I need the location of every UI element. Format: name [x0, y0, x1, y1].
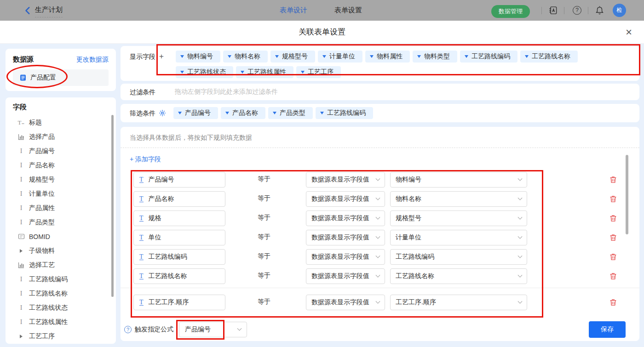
field-tag[interactable]: 物料属性	[365, 51, 410, 63]
chevron-down-icon	[518, 253, 523, 258]
field-tag[interactable]: 工艺路线属性	[236, 66, 293, 78]
field-tag[interactable]: 工艺路线状态	[176, 66, 233, 78]
rule-source-select[interactable]: 数据源表显示字段值	[306, 295, 385, 310]
sift-condition-tags: 产品编号产品名称产品类型工艺路线编码	[173, 107, 373, 119]
rules-scrollbar[interactable]	[626, 155, 628, 234]
rule-source-select[interactable]: 数据源表显示字段值	[306, 172, 385, 188]
field-tag[interactable]: 规格型号	[270, 51, 315, 63]
rule-target-field[interactable]: T产品名称	[133, 191, 225, 207]
sidebar-field-item[interactable]: I工艺路线属性	[13, 315, 109, 329]
notification-bell-icon[interactable]	[595, 6, 604, 15]
fields-scrollbar[interactable]	[111, 115, 114, 297]
contacts-book-icon[interactable]	[548, 6, 558, 15]
sidebar-field-item[interactable]: 选择工艺	[13, 258, 109, 272]
close-icon[interactable]: ×	[626, 25, 632, 39]
field-tag-label: 工艺路线属性	[247, 68, 286, 76]
rule-row: T工艺路线名称等于数据源表显示字段值工艺路线名称	[121, 268, 639, 284]
tab-form-settings[interactable]: 表单设置	[334, 6, 362, 15]
sift-condition-section: 筛选条件 产品编号产品名称产品类型工艺路线编码	[121, 104, 639, 122]
field-tag[interactable]: 物料名称	[223, 51, 268, 63]
rule-value-select[interactable]: 工艺路线编码	[390, 249, 527, 265]
fields-title: 字段	[13, 103, 109, 112]
save-button[interactable]: 保存	[589, 321, 626, 338]
rule-target-field[interactable]: T规格	[133, 210, 225, 226]
sidebar-field-item[interactable]: I工艺路线状态	[13, 301, 109, 315]
sidebar-field-item[interactable]: I产品属性	[13, 201, 109, 215]
filter-dropzone-placeholder[interactable]: 拖动左侧字段到此处来添加过滤条件	[175, 88, 278, 96]
rule-source-select[interactable]: 数据源表显示字段值	[306, 191, 385, 207]
rule-value-select[interactable]: 规格型号	[390, 210, 527, 226]
rule-source-value: 数据源表显示字段值	[311, 214, 369, 222]
field-tag[interactable]: 工艺路线名称	[520, 51, 578, 63]
field-tag[interactable]: 产品名称	[221, 107, 265, 119]
field-tag[interactable]: 工艺路线编码	[316, 107, 373, 119]
sidebar-field-item[interactable]: I产品类型	[13, 215, 109, 229]
rule-target-field[interactable]: T产品编号	[133, 172, 225, 188]
sidebar-field-item[interactable]: I产品编号	[13, 144, 109, 158]
display-fields-label: 显示字段	[130, 51, 155, 76]
rule-target-field-label: 工艺工序.顺序	[149, 298, 189, 307]
user-avatar[interactable]: 检	[613, 4, 626, 17]
field-tag[interactable]: 物料编号	[176, 51, 220, 63]
rule-value-select[interactable]: 工艺路线名称	[390, 268, 527, 284]
rule-source-select[interactable]: 数据源表显示字段值	[306, 249, 385, 265]
dropdown-triangle-icon	[241, 71, 244, 74]
dropdown-triangle-icon	[180, 55, 184, 58]
rule-target-field[interactable]: T单位	[133, 230, 225, 245]
delete-row-button[interactable]	[609, 215, 617, 223]
sidebar-field-item[interactable]: I规格型号	[13, 172, 109, 187]
barchart-icon	[17, 262, 25, 268]
delete-row-button[interactable]	[609, 273, 617, 281]
sidebar-field-item[interactable]: BOMID	[13, 229, 109, 244]
field-tag[interactable]: 工艺工序	[296, 66, 341, 78]
field-tag[interactable]: 产品编号	[173, 107, 218, 119]
sidebar-field-item[interactable]: 选择产品	[13, 130, 109, 144]
rule-value-select[interactable]: 物料编号	[390, 172, 527, 188]
field-tag[interactable]: 物料类型	[413, 51, 457, 63]
rule-target-field[interactable]: T工艺路线编码	[133, 249, 225, 265]
add-display-field-icon[interactable]: +	[159, 51, 164, 76]
sidebar-field-item[interactable]: 工艺工序	[13, 329, 109, 343]
delete-row-button[interactable]	[609, 299, 617, 307]
sidebar-field-item[interactable]: 子级物料	[13, 244, 109, 258]
data-manage-button[interactable]: 数据管理	[491, 5, 530, 18]
rule-target-field[interactable]: T工艺路线名称	[133, 268, 225, 284]
sidebar-field-label: 标题	[29, 119, 42, 127]
sidebar-field-item[interactable]: I工艺路线编码	[13, 272, 109, 286]
rule-value-select[interactable]: 物料名称	[390, 191, 527, 207]
change-datasource-link[interactable]: 更改数据源	[76, 56, 109, 64]
delete-row-button[interactable]	[609, 195, 617, 204]
datasource-item-product-config[interactable]: 产品配置	[13, 69, 109, 86]
field-tag-label: 工艺路线编码	[327, 109, 366, 117]
add-field-link[interactable]: + 添加字段	[121, 148, 170, 166]
field-tag[interactable]: 产品类型	[268, 107, 313, 119]
text-field-icon: T	[139, 196, 144, 202]
sidebar-field-item[interactable]: I工艺路线名称	[13, 286, 109, 301]
field-tag[interactable]: 工艺路线编码	[460, 51, 518, 63]
delete-row-button[interactable]	[609, 176, 617, 184]
help-icon[interactable]: ?	[573, 6, 581, 15]
sidebar-field-item[interactable]: I计量单位	[13, 187, 109, 201]
back-chevron-icon[interactable]	[24, 6, 32, 15]
chevron-down-icon	[376, 176, 380, 181]
rule-value-select[interactable]: 工艺工序.顺序	[390, 295, 527, 310]
sidebar-field-item[interactable]: I产品名称	[13, 158, 109, 172]
delete-row-button[interactable]	[609, 253, 617, 262]
field-tag-label: 物料属性	[377, 52, 402, 61]
text-field-icon: I	[17, 276, 25, 283]
rule-value-select[interactable]: 计量单位	[390, 230, 527, 245]
tab-form-design[interactable]: 表单设计	[280, 6, 307, 15]
field-tag[interactable]: 计量单位	[318, 51, 362, 63]
rule-source-select[interactable]: 数据源表显示字段值	[306, 230, 385, 245]
trigger-field-select[interactable]: 产品编号	[179, 322, 247, 337]
sidebar-field-label: 产品编号	[29, 147, 55, 155]
sidebar-field-item[interactable]: T₌标题	[13, 115, 109, 130]
rule-source-select[interactable]: 数据源表显示字段值	[306, 210, 385, 226]
text-field-icon: I	[17, 162, 25, 169]
delete-row-button[interactable]	[609, 234, 617, 242]
rule-source-select[interactable]: 数据源表显示字段值	[306, 268, 385, 284]
gear-icon[interactable]	[159, 109, 166, 117]
rule-target-field[interactable]: T工艺工序.顺序	[133, 295, 225, 310]
caret-right-icon	[17, 249, 25, 253]
chevron-down-icon	[376, 234, 380, 239]
